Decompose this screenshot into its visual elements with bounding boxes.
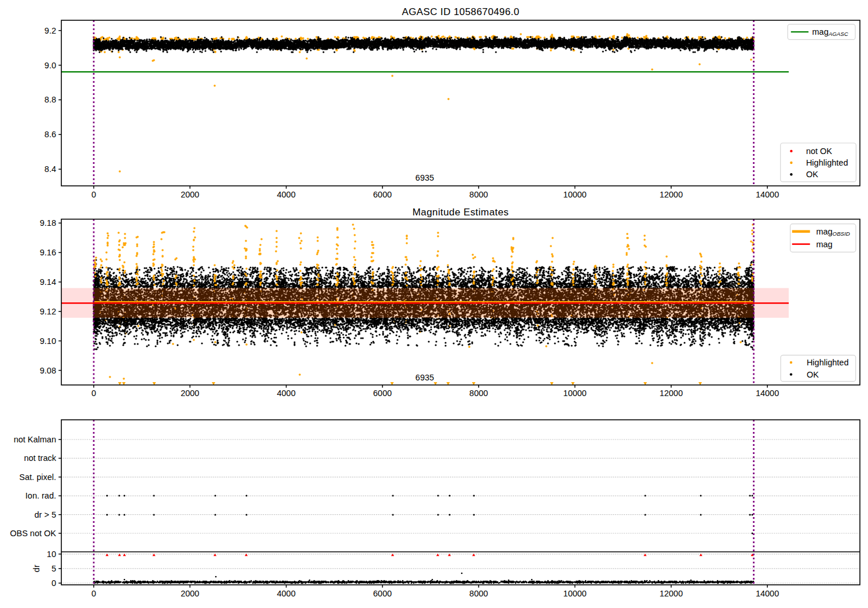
svg-text:0: 0 xyxy=(91,589,96,598)
svg-text:0: 0 xyxy=(91,190,96,199)
svg-text:8000: 8000 xyxy=(469,389,488,398)
svg-text:10: 10 xyxy=(47,550,56,559)
svg-text:Ion. rad.: Ion. rad. xyxy=(25,491,56,500)
svg-text:4000: 4000 xyxy=(277,389,295,398)
svg-text:14000: 14000 xyxy=(756,190,779,199)
svg-text:9.2: 9.2 xyxy=(45,26,56,35)
svg-text:OK: OK xyxy=(807,370,819,379)
svg-text:Sat. pixel.: Sat. pixel. xyxy=(19,473,56,482)
svg-text:8.6: 8.6 xyxy=(45,130,56,139)
svg-text:8.4: 8.4 xyxy=(45,164,56,174)
svg-text:Magnitude Estimates: Magnitude Estimates xyxy=(413,207,509,218)
svg-text:8000: 8000 xyxy=(469,589,488,598)
svg-text:9.0: 9.0 xyxy=(45,61,56,70)
svg-text:Highlighted: Highlighted xyxy=(806,158,848,167)
svg-text:10000: 10000 xyxy=(563,190,586,199)
svg-text:6000: 6000 xyxy=(373,190,392,199)
svg-text:9.10: 9.10 xyxy=(40,336,56,346)
svg-text:6000: 6000 xyxy=(373,389,392,398)
svg-text:9.16: 9.16 xyxy=(40,248,56,257)
svg-text:10000: 10000 xyxy=(563,389,586,398)
svg-text:14000: 14000 xyxy=(756,389,779,398)
svg-text:5: 5 xyxy=(52,564,56,573)
svg-text:2000: 2000 xyxy=(181,190,199,199)
svg-text:not OK: not OK xyxy=(806,146,832,156)
svg-text:4000: 4000 xyxy=(277,190,295,199)
svg-text:not Kalman: not Kalman xyxy=(14,435,56,444)
svg-text:12000: 12000 xyxy=(660,190,683,199)
svg-text:not track: not track xyxy=(24,453,56,463)
svg-text:OK: OK xyxy=(806,170,818,179)
svg-text:4000: 4000 xyxy=(277,589,295,598)
svg-text:8000: 8000 xyxy=(469,190,488,199)
svg-text:0: 0 xyxy=(52,578,56,588)
svg-text:9.08: 9.08 xyxy=(40,366,56,375)
svg-text:6935: 6935 xyxy=(415,373,434,382)
svg-text:2000: 2000 xyxy=(181,389,199,398)
svg-text:dr: dr xyxy=(32,565,41,572)
svg-text:2000: 2000 xyxy=(181,589,199,598)
svg-text:0: 0 xyxy=(91,389,96,398)
svg-text:10000: 10000 xyxy=(563,589,586,598)
svg-text:8.8: 8.8 xyxy=(45,95,56,104)
svg-text:9.12: 9.12 xyxy=(40,307,56,316)
svg-text:6935: 6935 xyxy=(415,173,434,182)
svg-text:12000: 12000 xyxy=(660,589,683,598)
svg-text:9.14: 9.14 xyxy=(40,277,56,287)
svg-text:dr > 5: dr > 5 xyxy=(35,510,56,519)
svg-text:OBS not OK: OBS not OK xyxy=(10,529,56,538)
svg-text:12000: 12000 xyxy=(660,389,683,398)
svg-text:6000: 6000 xyxy=(373,589,392,598)
svg-text:9.18: 9.18 xyxy=(40,218,56,228)
svg-text:14000: 14000 xyxy=(756,589,779,598)
svg-text:mag: mag xyxy=(816,240,832,249)
svg-text:Highlighted: Highlighted xyxy=(807,358,849,367)
svg-text:AGASC ID 1058670496.0: AGASC ID 1058670496.0 xyxy=(402,6,519,17)
